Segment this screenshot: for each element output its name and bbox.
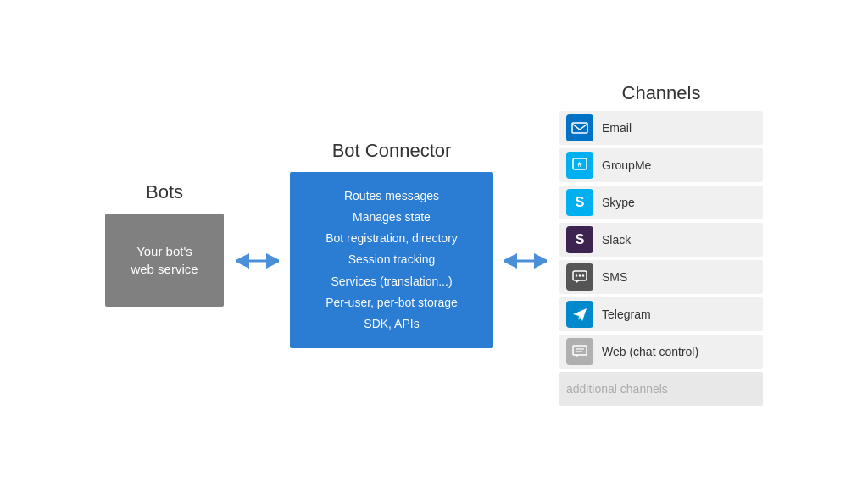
connector-box: Routes messages Manages state Bot regist… [290,172,493,348]
feature-3: Bot registration, directory [326,228,458,249]
right-arrow-svg [504,248,547,274]
channels-title: Channels [622,82,701,104]
svg-point-10 [582,274,584,276]
telegram-icon-bg [566,301,593,328]
svg-marker-11 [573,308,587,321]
email-icon-bg [566,114,593,141]
web-icon-bg [566,338,593,365]
web-icon [570,342,589,361]
svg-text:#: # [577,160,581,169]
channel-skype: S Skype [559,186,763,219]
email-label: Email [602,121,632,135]
groupme-icon: # [570,156,589,175]
channel-telegram: Telegram [559,297,763,331]
channel-sms: SMS [559,260,763,294]
slack-icon: S [570,230,589,249]
svg-point-8 [576,274,577,276]
diagram: Bots Your bot'sweb service Bot Connector… [0,0,868,488]
slack-label: Slack [602,233,631,247]
bots-section: Bots Your bot'sweb service [105,181,224,307]
telegram-icon [570,305,589,324]
right-double-arrow [504,248,547,274]
feature-5: Services (translation...) [326,271,458,292]
channel-list: Email # GroupMe S Skype [559,111,763,406]
channels-section: Channels Email # [559,82,763,406]
web-label: Web (chat control) [602,345,698,358]
bot-box: Your bot'sweb service [105,214,224,307]
groupme-label: GroupMe [602,158,651,172]
skype-label: Skype [602,196,635,209]
sms-icon [570,268,589,286]
email-icon [570,119,589,137]
sms-icon-bg [566,263,593,291]
feature-4: Session tracking [326,249,458,270]
skype-icon: S [570,193,589,212]
slack-icon-bg: S [566,226,593,253]
telegram-label: Telegram [602,308,651,321]
additional-label: additional channels [566,382,668,396]
svg-text:S: S [576,232,585,247]
channel-slack: S Slack [559,223,763,257]
svg-point-9 [579,274,581,276]
connector-label: Bot Connector [332,140,452,162]
feature-7: SDK, APIs [326,313,458,335]
bots-label: Bots [146,181,183,203]
channel-groupme: # GroupMe [559,148,763,182]
left-double-arrow [236,248,279,274]
skype-icon-bg: S [566,189,593,216]
svg-text:S: S [576,195,585,209]
groupme-icon-bg: # [566,152,593,179]
connector-section: Bot Connector Routes messages Manages st… [290,140,493,348]
feature-6: Per-user, per-bot storage [326,292,458,313]
sms-label: SMS [602,270,627,284]
channel-additional: additional channels [559,372,763,406]
connector-features: Routes messages Manages state Bot regist… [326,186,458,335]
bot-box-text: Your bot'sweb service [131,242,198,278]
svg-rect-2 [572,123,587,133]
feature-2: Manages state [326,207,458,228]
channel-web: Web (chat control) [559,335,763,369]
svg-rect-13 [573,346,587,355]
feature-1: Routes messages [326,186,458,207]
channel-email: Email [559,111,763,145]
left-arrow-svg [236,248,279,274]
